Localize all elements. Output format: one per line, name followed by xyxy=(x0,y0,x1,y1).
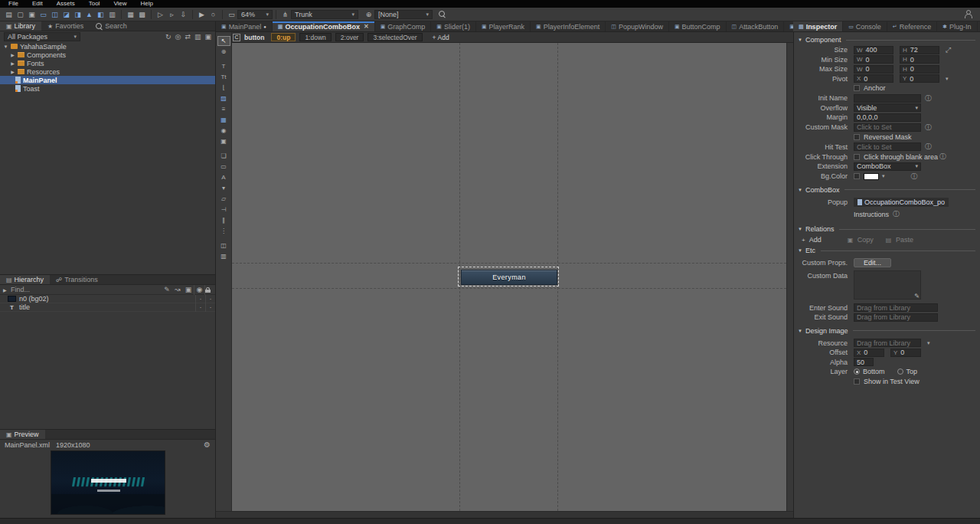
section-component-header[interactable]: ▼ Component xyxy=(794,34,980,45)
bg-color-checkbox[interactable] xyxy=(854,173,860,179)
visibility-toggle[interactable]: · xyxy=(195,303,205,312)
hit-test-input[interactable]: Click to Set xyxy=(854,142,921,151)
curve-icon[interactable]: ↝ xyxy=(172,286,183,293)
pivot-preset-dropdown-icon[interactable]: ▾ xyxy=(946,76,949,82)
collapse-arrow-icon[interactable]: ▼ xyxy=(3,44,8,49)
tree-item-fonts[interactable]: ▶ Fonts xyxy=(0,59,215,67)
lock-toggle[interactable]: · xyxy=(205,295,215,303)
doc-tab-graphcomp[interactable]: ▣ GraphComp xyxy=(375,21,432,31)
section-combobox-header[interactable]: ▼ ComboBox xyxy=(794,184,980,195)
anchor-checkbox[interactable] xyxy=(854,85,860,91)
new-text-icon[interactable]: ▲ xyxy=(83,9,95,20)
lock-toggle[interactable]: · xyxy=(205,303,215,312)
clipboard-icon[interactable]: ▣ xyxy=(26,9,38,20)
tool-input-text[interactable]: ⌊ xyxy=(217,83,230,93)
tab-reference[interactable]: ↵ Reference xyxy=(887,21,937,31)
custom-data-textarea[interactable]: ✎ xyxy=(854,270,921,300)
alpha-input[interactable]: 50 xyxy=(854,358,874,366)
tree-item-yahahasample[interactable]: ▼ YahahaSample xyxy=(0,42,215,51)
info-icon[interactable]: ⓘ xyxy=(925,93,932,103)
visibility-toggle[interactable]: · xyxy=(195,295,205,303)
tab-plugin[interactable]: ✱ Plug-In xyxy=(937,21,977,31)
package-filter-select[interactable]: All Packages ▾ xyxy=(4,32,80,41)
find-label[interactable]: Find... xyxy=(11,286,30,293)
doc-tab-playerrank[interactable]: ▣ PlayerRank xyxy=(476,21,531,31)
tool-pan[interactable]: ⊕ xyxy=(217,47,230,57)
menu-edit[interactable]: Edit xyxy=(25,0,50,8)
resource-input[interactable]: Drag from Library xyxy=(854,339,921,347)
info-icon[interactable]: ⓘ xyxy=(939,152,946,162)
search-icon[interactable] xyxy=(439,11,446,18)
new-package-icon[interactable]: ▤ xyxy=(3,9,15,20)
layer-bottom-radio[interactable] xyxy=(854,368,860,375)
display-icon[interactable]: ▭ xyxy=(226,9,237,20)
combobox-object[interactable]: Everyman xyxy=(461,270,557,285)
tool-window[interactable]: ◫ xyxy=(217,241,230,251)
tool-component[interactable]: ❏ xyxy=(217,151,230,161)
pivot-x-input[interactable]: X 0 xyxy=(854,74,893,83)
init-name-input[interactable] xyxy=(854,94,921,103)
exit-sound-input[interactable]: Drag from Library xyxy=(854,313,938,322)
fullscreen-size-icon[interactable]: ⤢ xyxy=(946,46,951,54)
new-image-icon[interactable]: ▭ xyxy=(38,9,49,20)
offset-y-input[interactable]: Y 0 xyxy=(890,349,921,357)
new-button-icon[interactable]: ◪ xyxy=(60,9,72,20)
new-group-icon[interactable]: ▥ xyxy=(106,9,118,20)
pivot-y-input[interactable]: Y 0 xyxy=(900,74,939,83)
color-swatch[interactable] xyxy=(864,173,879,180)
doc-tab-occupationcombobox[interactable]: ▣ OccupationComboBox ✕ xyxy=(273,21,375,31)
language-select[interactable]: [None] ▾ xyxy=(374,10,433,19)
info-icon[interactable]: ⓘ xyxy=(911,172,918,182)
doc-tab-attackbutton[interactable]: ◫ AttackButton xyxy=(727,21,785,31)
tree-item-components[interactable]: ▶ Components xyxy=(0,51,215,59)
enter-sound-input[interactable]: Drag from Library xyxy=(854,303,938,312)
save-icon[interactable]: ▦ xyxy=(125,9,136,20)
reversed-mask-checkbox[interactable] xyxy=(854,134,860,140)
new-label-icon[interactable]: ◨ xyxy=(72,9,83,20)
add-state-button[interactable]: + Add xyxy=(433,34,449,41)
edit-icon[interactable]: ✎ xyxy=(914,293,920,300)
doc-tab-buttoncomp[interactable]: ▣ ButtonComp xyxy=(669,21,727,31)
tool-group[interactable]: ▥ xyxy=(217,251,230,261)
canvas-vertical-scrollbar[interactable] xyxy=(786,43,793,511)
menu-file[interactable]: File xyxy=(2,0,25,8)
tool-select[interactable]: ↖ xyxy=(217,36,230,46)
popup-resource-link[interactable]: OccupationComboBox_po xyxy=(854,198,949,207)
refresh-icon[interactable]: ↻ xyxy=(165,33,172,41)
doc-tab-mainpanel[interactable]: ▣ MainPanel ● xyxy=(216,21,273,31)
branch-select[interactable]: Trunk ▾ xyxy=(291,10,358,19)
max-height-input[interactable]: H 0 xyxy=(900,65,939,74)
copy-relations-button[interactable]: ▣ Copy xyxy=(848,236,874,244)
edit-custom-props-button[interactable]: Edit... xyxy=(854,258,891,267)
columns-icon[interactable]: ▥ xyxy=(194,33,201,41)
doc-tab-popupwindow[interactable]: ◫ PopupWindow xyxy=(606,21,669,31)
tool-movie-clip[interactable]: ▣ xyxy=(217,136,230,146)
test-icon[interactable]: ○ xyxy=(207,9,219,20)
new-component-icon[interactable]: ▢ xyxy=(15,9,26,20)
gear-icon[interactable]: ⚙ xyxy=(204,440,211,449)
state-0-up[interactable]: 0:up xyxy=(271,33,296,41)
tab-favorites[interactable]: ★ Favorties xyxy=(41,21,90,31)
expand-arrow-icon[interactable]: ▶ xyxy=(3,287,11,293)
new-movieclip-icon[interactable]: ◫ xyxy=(49,9,60,20)
tab-inspector[interactable]: ▤ Inspector xyxy=(793,21,843,31)
show-in-test-view-checkbox[interactable] xyxy=(854,378,860,385)
doc-tab-slider1[interactable]: ▣ Slider(1) xyxy=(431,21,476,31)
visibility-column-icon[interactable]: ◉ xyxy=(194,285,204,295)
state-2-over[interactable]: 2:over xyxy=(335,33,364,41)
tool-rich-text[interactable]: Tt xyxy=(217,72,230,82)
overflow-select[interactable]: Visible ▾ xyxy=(854,103,921,112)
expand-arrow-icon[interactable]: ▶ xyxy=(10,69,15,74)
zoom-select[interactable]: 64% ▾ xyxy=(237,10,273,19)
paste-relations-button[interactable]: ▤ Paste xyxy=(886,236,913,244)
tool-text[interactable]: T xyxy=(217,61,230,71)
tree-item-mainpanel[interactable]: MainPanel xyxy=(0,76,215,84)
tab-preview[interactable]: ▣ Preview xyxy=(0,430,45,439)
click-through-checkbox[interactable] xyxy=(854,154,860,160)
info-icon[interactable]: ⓘ xyxy=(925,123,932,133)
tool-list[interactable]: ≡ xyxy=(217,104,230,114)
layer-top-radio[interactable] xyxy=(897,368,903,375)
design-canvas[interactable]: Everyman xyxy=(232,43,786,511)
hierarchy-row-n0[interactable]: n0 (bg02) · · xyxy=(0,295,215,303)
hierarchy-row-title[interactable]: T title · · xyxy=(0,303,215,312)
